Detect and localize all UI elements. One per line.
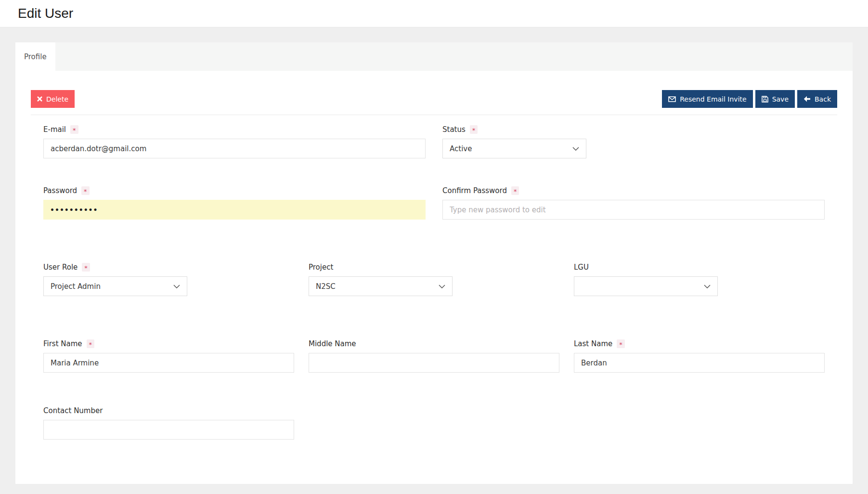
middle-name-input[interactable]: [309, 353, 559, 373]
chevron-down-icon: [704, 285, 711, 288]
status-label-text: Status: [442, 125, 466, 134]
delete-button-label: Delete: [46, 95, 68, 103]
tab-profile[interactable]: Profile: [15, 42, 55, 71]
user-role-label: User Role *: [43, 263, 294, 272]
required-asterisk: *: [70, 125, 78, 134]
email-label: E-mail *: [43, 125, 426, 134]
lgu-field-group: LGU: [574, 263, 825, 296]
chevron-down-icon: [439, 285, 445, 288]
last-name-input[interactable]: [574, 353, 825, 373]
project-select-value: N2SC: [316, 282, 336, 291]
toolbar: Delete Resend Email Invite Save: [31, 90, 837, 108]
form-row-passwords: Password * Confirm Password *: [43, 186, 825, 220]
first-name-input[interactable]: [43, 353, 294, 373]
edit-user-form: E-mail * Status * Active: [31, 115, 837, 440]
email-field-group: E-mail *: [43, 125, 426, 158]
status-label: Status *: [442, 125, 825, 134]
save-icon: [762, 96, 768, 103]
delete-button[interactable]: Delete: [31, 90, 75, 108]
password-label-text: Password: [43, 186, 77, 195]
status-select[interactable]: Active: [442, 139, 586, 158]
resend-button-label: Resend Email Invite: [680, 95, 746, 103]
confirm-password-field-group: Confirm Password *: [442, 186, 825, 220]
required-asterisk: *: [470, 125, 478, 134]
project-label-text: Project: [309, 263, 333, 272]
arrow-left-icon: [803, 96, 811, 102]
form-row-contact: Contact Number: [43, 406, 825, 440]
required-asterisk: *: [82, 263, 90, 272]
save-button[interactable]: Save: [755, 90, 795, 108]
lgu-select[interactable]: [574, 276, 718, 296]
status-field-group: Status * Active: [442, 125, 825, 158]
lgu-label: LGU: [574, 263, 825, 272]
confirm-password-label: Confirm Password *: [442, 186, 825, 195]
password-label: Password *: [43, 186, 426, 195]
project-field-group: Project N2SC: [309, 263, 559, 296]
chevron-down-icon: [173, 285, 180, 288]
user-role-select-value: Project Admin: [51, 282, 101, 291]
resend-email-invite-button[interactable]: Resend Email Invite: [662, 90, 752, 108]
last-name-label-text: Last Name: [574, 339, 612, 348]
contact-number-input[interactable]: [43, 420, 294, 440]
password-field-group: Password *: [43, 186, 426, 220]
confirm-password-input[interactable]: [442, 200, 825, 220]
page-header: Edit User: [0, 0, 868, 27]
project-select[interactable]: N2SC: [309, 276, 453, 296]
lgu-label-text: LGU: [574, 263, 589, 272]
last-name-label: Last Name *: [574, 339, 825, 348]
middle-name-label: Middle Name: [309, 339, 559, 348]
first-name-field-group: First Name *: [43, 339, 294, 373]
required-asterisk: *: [511, 186, 519, 195]
tab-strip: Profile: [15, 42, 853, 71]
required-asterisk: *: [81, 186, 90, 195]
required-asterisk: *: [617, 339, 625, 348]
contact-number-field-group: Contact Number: [43, 406, 294, 440]
contact-number-label: Contact Number: [43, 406, 294, 415]
page-title: Edit User: [18, 6, 73, 21]
x-icon: [37, 96, 42, 102]
edit-user-card: Profile Delete Resend Email Invite: [15, 42, 853, 484]
status-select-value: Active: [450, 144, 472, 153]
last-name-field-group: Last Name *: [574, 339, 825, 373]
form-row-role-project-lgu: User Role * Project Admin Project: [43, 263, 825, 296]
user-role-label-text: User Role: [43, 263, 78, 272]
save-button-label: Save: [772, 95, 789, 103]
back-button-label: Back: [815, 95, 831, 103]
form-row-names: First Name * Middle Name Last Name *: [43, 339, 825, 373]
email-label-text: E-mail: [43, 125, 66, 134]
user-role-select[interactable]: Project Admin: [43, 276, 187, 296]
contact-number-label-text: Contact Number: [43, 406, 103, 415]
form-row-email-status: E-mail * Status * Active: [43, 125, 825, 158]
middle-name-field-group: Middle Name: [309, 339, 559, 373]
first-name-label: First Name *: [43, 339, 294, 348]
middle-name-label-text: Middle Name: [309, 339, 356, 348]
confirm-password-label-text: Confirm Password: [442, 186, 507, 195]
card-body: Delete Resend Email Invite Save: [15, 71, 853, 484]
envelope-icon: [668, 96, 676, 102]
user-role-field-group: User Role * Project Admin: [43, 263, 294, 296]
project-label: Project: [309, 263, 559, 272]
password-input[interactable]: [43, 200, 426, 220]
first-name-label-text: First Name: [43, 339, 82, 348]
toolbar-right-group: Resend Email Invite Save Back: [662, 90, 837, 108]
email-input[interactable]: [43, 139, 426, 158]
required-asterisk: *: [87, 339, 95, 348]
back-button[interactable]: Back: [797, 90, 837, 108]
chevron-down-icon: [572, 147, 579, 151]
